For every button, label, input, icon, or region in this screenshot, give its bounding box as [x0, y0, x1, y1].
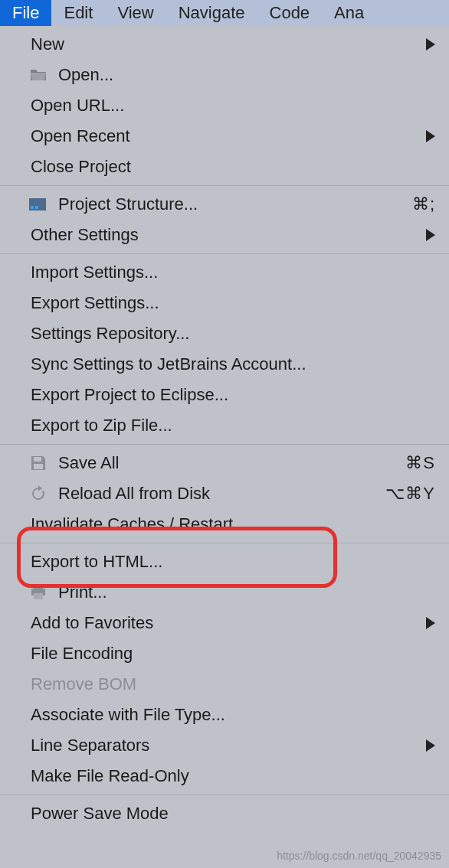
menubar-item-analyze[interactable]: Ana [322, 0, 367, 26]
menu-item-label: Sync Settings to JetBrains Account... [31, 354, 435, 374]
menu-item-label: Export Settings... [31, 293, 435, 313]
menu-item-label: Reload All from Disk [58, 484, 385, 504]
menu-item-shortcut: ⌘; [412, 194, 435, 214]
chevron-right-icon [426, 229, 435, 241]
svg-rect-2 [35, 206, 38, 209]
menu-item-label: Line Separators [31, 736, 426, 755]
menu-item-associate-file-type[interactable]: Associate with File Type... [0, 700, 449, 730]
menubar-item-view[interactable]: View [105, 0, 166, 26]
menu-item-label: New [31, 34, 426, 54]
menubar: File Edit View Navigate Code Ana [0, 0, 449, 26]
chevron-right-icon [426, 739, 435, 752]
menu-item-project-structure[interactable]: Project Structure... ⌘; [0, 189, 449, 220]
menu-item-invalidate-caches[interactable]: Invalidate Caches / Restart... [0, 509, 449, 540]
menu-item-export-eclipse[interactable]: Export Project to Eclipse... [0, 380, 449, 410]
menu-item-label: Open Recent [31, 126, 426, 146]
menu-item-open[interactable]: Open... [0, 60, 449, 90]
svg-rect-7 [34, 593, 43, 599]
menu-group: Import Settings... Export Settings... Se… [0, 254, 449, 445]
menu-group: Save All ⌘S Reload All from Disk ⌥⌘Y Inv… [0, 445, 449, 543]
menu-item-settings-repository[interactable]: Settings Repository... [0, 318, 449, 349]
svg-rect-4 [34, 464, 43, 469]
project-structure-icon [29, 195, 48, 214]
menu-item-shortcut: ⌘S [405, 453, 435, 473]
folder-open-icon [29, 66, 48, 84]
save-icon [29, 454, 48, 472]
menu-item-label: Make File Read-Only [31, 766, 435, 786]
menu-item-export-zip[interactable]: Export to Zip File... [0, 410, 449, 441]
menubar-label: View [117, 3, 153, 23]
menu-item-label: Associate with File Type... [31, 705, 435, 725]
menu-item-file-encoding[interactable]: File Encoding [0, 638, 449, 669]
menu-item-open-recent[interactable]: Open Recent [0, 121, 449, 152]
menu-item-remove-bom: Remove BOM [0, 669, 449, 700]
menu-item-other-settings[interactable]: Other Settings [0, 220, 449, 250]
menu-item-close-project[interactable]: Close Project [0, 152, 449, 182]
menu-item-open-url[interactable]: Open URL... [0, 90, 449, 121]
menu-group: New Open... Open URL... Open Recent Clos… [0, 26, 449, 186]
menubar-item-navigate[interactable]: Navigate [166, 0, 257, 26]
svg-rect-3 [34, 457, 41, 462]
menu-item-label: Print... [58, 582, 435, 602]
chevron-right-icon [426, 130, 435, 142]
menu-item-label: File Encoding [31, 644, 435, 664]
menu-item-label: Power Save Mode [31, 804, 435, 824]
menubar-label: File [12, 3, 39, 23]
menubar-item-file[interactable]: File [0, 0, 51, 26]
menu-item-export-html[interactable]: Export to HTML... [0, 547, 449, 577]
menu-item-label: Export to Zip File... [31, 416, 435, 436]
menu-item-sync-settings[interactable]: Sync Settings to JetBrains Account... [0, 349, 449, 380]
svg-rect-5 [34, 585, 43, 589]
menu-item-label: Project Structure... [58, 194, 412, 214]
menu-item-print[interactable]: Print... [0, 577, 449, 608]
menu-item-label: Open... [58, 65, 435, 85]
menu-item-shortcut: ⌥⌘Y [385, 484, 435, 504]
chevron-right-icon [426, 617, 435, 629]
menubar-label: Ana [334, 3, 364, 23]
menubar-label: Edit [64, 3, 93, 23]
menubar-item-code[interactable]: Code [257, 0, 323, 26]
menubar-item-edit[interactable]: Edit [51, 0, 105, 26]
reload-icon [29, 485, 48, 503]
menu-item-label: Settings Repository... [31, 324, 435, 344]
menu-item-label: Other Settings [31, 225, 426, 245]
menu-item-label: Import Settings... [31, 263, 435, 282]
menu-item-save-all[interactable]: Save All ⌘S [0, 448, 449, 478]
menu-item-make-read-only[interactable]: Make File Read-Only [0, 761, 449, 791]
menu-item-label: Add to Favorites [31, 613, 426, 633]
menu-item-label: Export Project to Eclipse... [31, 385, 435, 405]
svg-rect-1 [31, 206, 34, 209]
menu-item-label: Invalidate Caches / Restart... [31, 514, 435, 534]
menu-item-export-settings[interactable]: Export Settings... [0, 288, 449, 318]
menu-item-label: Close Project [31, 157, 435, 177]
menu-item-new[interactable]: New [0, 29, 449, 60]
menu-item-add-to-favorites[interactable]: Add to Favorites [0, 608, 449, 638]
menubar-label: Navigate [179, 3, 245, 23]
menu-item-label: Open URL... [31, 96, 435, 116]
menu-item-power-save-mode[interactable]: Power Save Mode [0, 798, 449, 829]
menu-item-label: Export to HTML... [31, 552, 435, 572]
menubar-label: Code [270, 3, 310, 23]
menu-group: Export to HTML... Print... Add to Favori… [0, 543, 449, 795]
file-menu-dropdown: New Open... Open URL... Open Recent Clos… [0, 26, 449, 832]
menu-item-label: Remove BOM [31, 674, 435, 694]
menu-item-label: Save All [58, 453, 405, 473]
chevron-right-icon [426, 38, 435, 51]
watermark-text: https://blog.csdn.net/qq_20042935 [277, 850, 441, 862]
menu-item-reload-from-disk[interactable]: Reload All from Disk ⌥⌘Y [0, 478, 449, 509]
menu-item-import-settings[interactable]: Import Settings... [0, 257, 449, 288]
print-icon [29, 583, 48, 602]
menu-group: Project Structure... ⌘; Other Settings [0, 186, 449, 254]
menu-item-line-separators[interactable]: Line Separators [0, 730, 449, 761]
menu-group: Power Save Mode [0, 795, 449, 832]
